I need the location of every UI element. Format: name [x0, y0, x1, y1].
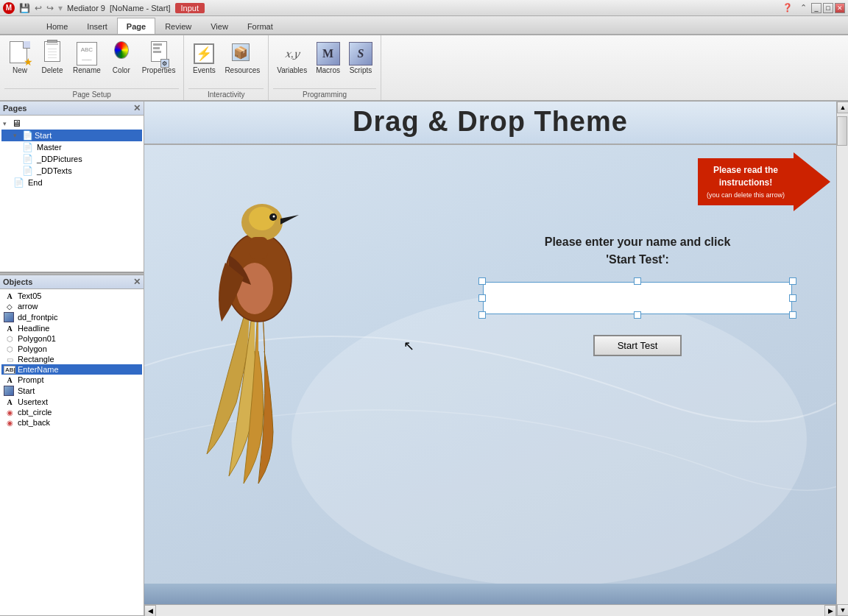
- rename-button[interactable]: ABC___ Rename: [69, 40, 105, 77]
- obj-headline[interactable]: A Headline: [1, 323, 142, 333]
- pages-tree-root: ▾ 🖥: [1, 117, 142, 130]
- h-scroll-left[interactable]: ◀: [144, 605, 156, 616]
- page-label-end: End: [28, 178, 43, 187]
- page-item-end[interactable]: 📄 End: [1, 177, 142, 188]
- tab-format[interactable]: Format: [238, 18, 283, 34]
- minimize-button[interactable]: _: [811, 3, 822, 13]
- help-icon[interactable]: ❓: [782, 3, 793, 13]
- page-label-master: Master: [37, 143, 62, 152]
- resources-label: Resources: [225, 66, 260, 74]
- input-field-container: [483, 282, 792, 314]
- events-button[interactable]: ⚡ Events: [188, 40, 219, 77]
- file-title: [NoName - Start]: [110, 4, 171, 13]
- handle-ml[interactable]: [478, 294, 486, 302]
- tab-home[interactable]: Home: [37, 18, 77, 34]
- tree-expand-icon[interactable]: ▾: [3, 120, 10, 127]
- obj-label-rectangle: Rectangle: [18, 355, 54, 364]
- obj-polygon01[interactable]: ⬡ Polygon01: [1, 333, 142, 344]
- obj-label-dd-frontpic: dd_frontpic: [18, 313, 57, 322]
- horizontal-scrollbar[interactable]: ◀ ▶: [144, 604, 836, 616]
- color-button[interactable]: Color: [106, 40, 137, 77]
- restore-button[interactable]: □: [823, 3, 833, 13]
- canvas-body: Please read the instructions! (you can d…: [144, 145, 836, 593]
- obj-prompt[interactable]: A Prompt: [1, 375, 142, 385]
- save-icon[interactable]: 💾: [19, 3, 30, 13]
- tab-view[interactable]: View: [201, 18, 238, 34]
- canvas-area: Drag & Drop Theme: [144, 102, 848, 616]
- v-scroll-track[interactable]: [837, 113, 848, 604]
- pages-panel-close[interactable]: ✕: [133, 103, 141, 113]
- handle-tr[interactable]: [789, 277, 796, 285]
- ribbon-minimize-icon[interactable]: ⌃: [800, 3, 807, 13]
- left-panels: Pages ✕ ▾ 🖥 ▾ 📄 Start 📄 Maste: [0, 102, 144, 616]
- redo-icon[interactable]: ↪: [46, 3, 54, 13]
- handle-br[interactable]: [789, 311, 796, 319]
- obj-cbt-back[interactable]: ◉ cbt_back: [1, 417, 142, 428]
- text-icon-usertext: A: [4, 398, 15, 406]
- variables-label: Variables: [277, 66, 307, 74]
- tree-expand-start: ▾: [13, 132, 21, 139]
- obj-label-cbt-back: cbt_back: [18, 418, 50, 427]
- name-input[interactable]: [483, 282, 792, 314]
- scripts-button[interactable]: S Scripts: [345, 40, 376, 77]
- obj-arrow[interactable]: ◇ arrow: [1, 301, 142, 311]
- canvas-footer: [144, 584, 836, 604]
- undo-icon[interactable]: ↩: [35, 3, 42, 13]
- page-item-master[interactable]: 📄 Master: [1, 141, 142, 153]
- v-scroll-down[interactable]: ▼: [837, 604, 848, 616]
- obj-entername[interactable]: AB| EnterName: [1, 364, 142, 375]
- close-button[interactable]: ✕: [835, 3, 845, 13]
- obj-polygon[interactable]: ⬡ Polygon: [1, 344, 142, 354]
- rename-icon: ABC___: [75, 42, 99, 66]
- variables-button[interactable]: 𝑥,𝑦 Variables: [273, 40, 311, 77]
- handle-mr[interactable]: [789, 294, 796, 302]
- instructions-sub: (you can delete this arrow): [707, 191, 785, 200]
- rename-label: Rename: [73, 66, 101, 74]
- v-scroll-up[interactable]: ▲: [837, 102, 848, 113]
- text-icon-text05: A: [4, 292, 15, 300]
- obj-start[interactable]: Start: [1, 385, 142, 397]
- window-controls: ❓ ⌃ _ □ ✕: [782, 3, 845, 13]
- instructions-container: Please read the instructions! (you can d…: [698, 152, 830, 211]
- objects-panel-content[interactable]: A Text05 ◇ arrow dd_frontpic A Headline …: [0, 289, 144, 615]
- tab-insert[interactable]: Insert: [77, 18, 117, 34]
- handle-tl[interactable]: [478, 277, 486, 285]
- obj-usertext[interactable]: A Usertext: [1, 397, 142, 407]
- properties-button[interactable]: ⚙ Properties: [138, 40, 180, 77]
- objects-panel-close[interactable]: ✕: [133, 277, 141, 287]
- start-test-button[interactable]: Start Test: [593, 335, 682, 356]
- page-item-ddpictures[interactable]: 📄 _DDPictures: [1, 153, 142, 165]
- handle-bl[interactable]: [478, 311, 486, 319]
- obj-label-polygon01: Polygon01: [18, 334, 56, 343]
- v-scroll-thumb[interactable]: [837, 116, 847, 146]
- obj-dd-frontpic[interactable]: dd_frontpic: [1, 311, 142, 323]
- page-item-ddtexts[interactable]: 📄 _DDTexts: [1, 165, 142, 177]
- ribbon-tab-strip: Home Insert Page Review View Format: [0, 16, 848, 35]
- color-label: Color: [113, 66, 130, 74]
- obj-rectangle[interactable]: ▭ Rectangle: [1, 354, 142, 364]
- tab-review[interactable]: Review: [155, 18, 201, 34]
- scripts-icon: S: [349, 42, 372, 66]
- page-canvas[interactable]: Drag & Drop Theme: [144, 102, 836, 604]
- delete-button[interactable]: Delete: [37, 40, 68, 77]
- properties-label: Properties: [142, 66, 176, 74]
- h-scroll-track[interactable]: [156, 605, 824, 616]
- macros-label: Macros: [316, 66, 340, 74]
- page-item-start[interactable]: ▾ 📄 Start: [1, 130, 142, 141]
- resources-button[interactable]: 📦 Resources: [221, 40, 264, 77]
- h-scroll-right[interactable]: ▶: [824, 605, 836, 616]
- vertical-scrollbar[interactable]: ▲ ▼: [836, 102, 848, 616]
- tab-page[interactable]: Page: [117, 18, 155, 34]
- ribbon: ★ New Delete: [0, 35, 848, 102]
- dropdown-icon[interactable]: ▾: [58, 3, 63, 13]
- macros-button[interactable]: M Macros: [312, 40, 344, 77]
- new-button[interactable]: ★ New: [4, 40, 35, 77]
- macros-icon: M: [317, 42, 340, 66]
- programming-label: Programming: [273, 88, 376, 100]
- handle-tm[interactable]: [634, 277, 641, 285]
- page-label-start: Start: [35, 131, 52, 140]
- handle-bm[interactable]: [634, 311, 641, 319]
- obj-cbt-circle[interactable]: ◉ cbt_circle: [1, 407, 142, 417]
- obj-text05[interactable]: A Text05: [1, 291, 142, 301]
- shape-icon-polygon: ⬡: [4, 345, 15, 353]
